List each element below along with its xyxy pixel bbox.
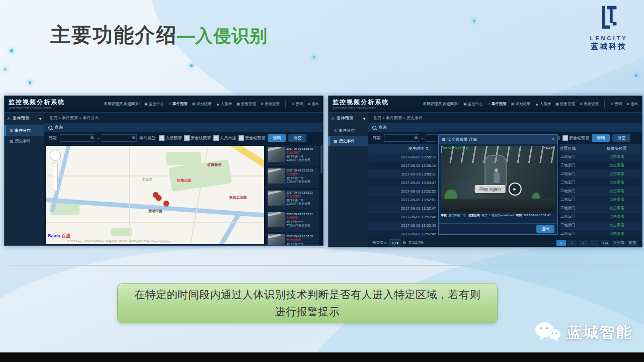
event-card[interactable]: 2017-09-09 13:55:11 入侵预警 厦门中路一号 工地后门-相机预… — [267, 211, 319, 231]
view-camera-link[interactable]: 点击查看 — [592, 197, 642, 202]
event-card[interactable]: 2017-09-09 13:55:19 入侵预警 厦门中路一号 工地后门-相机预… — [267, 167, 319, 188]
exit-button[interactable]: 退出 — [536, 225, 554, 233]
event-thumbnail[interactable] — [268, 234, 285, 246]
nav-item-monitor-center[interactable]: ▣监控中心 — [144, 102, 164, 107]
video-player[interactable]: 2017-09-09 13:52:45 CAM 01 Play Again ► — [441, 146, 555, 212]
view-camera-link[interactable]: 点击查看 — [592, 171, 642, 176]
checkbox-icon[interactable] — [159, 135, 165, 141]
date-to-input[interactable]: ▦ — [102, 134, 137, 142]
sidebar-item-event-distribution[interactable]: ◎ 事件分布 — [329, 125, 368, 136]
map-pan-control[interactable] — [50, 150, 61, 161]
play-again-button[interactable]: Play Again — [475, 185, 506, 193]
event-text: 2017-09-09 13:55:19 入侵预警 厦门中路一号 工地后门-相机预… — [286, 168, 312, 184]
page-button-1[interactable]: 1 — [556, 240, 566, 246]
filter-type-personnel[interactable]: 人员布控 — [213, 135, 236, 141]
school-label: 学校: — [441, 214, 447, 217]
nav-item-monitor-center[interactable]: ▣监控中心 — [463, 102, 483, 107]
query-button[interactable]: 查询 — [268, 134, 286, 142]
sidebar-group-event-alert[interactable]: ⚠ 事件预警 ▾ — [5, 113, 44, 125]
app-subtitle: Surveillance Video Analysis System — [9, 106, 59, 109]
view-camera-link[interactable]: 点击查看 — [592, 154, 642, 159]
divider — [604, 101, 605, 108]
event-thumbnail[interactable] — [268, 168, 285, 184]
per-page-select[interactable]: 10▾ — [389, 239, 400, 246]
filter-type-helmet[interactable]: 安全帽预警 — [238, 135, 265, 141]
nav-item-device-management[interactable]: ▦设备管理 — [236, 102, 256, 107]
password-button[interactable]: ⊙密码 — [291, 102, 303, 107]
map-zoom-slider[interactable] — [53, 162, 58, 191]
nav-label: 设备管理 — [241, 102, 256, 107]
page-button-3[interactable]: 3 — [579, 240, 588, 246]
power-icon: ⊗ — [307, 102, 310, 106]
sidebar-group-event-alert[interactable]: ⚠ 事件预警 ▾ — [329, 113, 368, 125]
event-thumbnail[interactable] — [268, 147, 285, 162]
view-camera-link[interactable]: 点击查看 — [592, 189, 642, 194]
sort-icon[interactable]: ⇅ — [426, 146, 429, 151]
view-camera-link[interactable]: 点击查看 — [592, 163, 642, 168]
checkbox-icon[interactable] — [562, 135, 568, 141]
scrollbar[interactable] — [320, 144, 323, 245]
event-map-marker[interactable] — [156, 195, 162, 201]
sidebar-item-history-events[interactable]: ▤ 历史事件 — [329, 136, 368, 146]
nav-item-recognition-records[interactable]: ▤识别记录 — [511, 102, 531, 107]
sidebar-item-history-events[interactable]: ▤ 历史事件 — [5, 136, 44, 146]
lock-icon: ⊙ — [291, 102, 294, 106]
nav-item-system-settings[interactable]: ⚙系统设置 — [261, 102, 280, 107]
wechat-icon — [534, 321, 561, 344]
event-detail-modal: ▦ 安全线预警 详细 × 2017-09-09 13:52:45 CAM 01 … — [438, 134, 558, 235]
query-button[interactable]: 查询 — [592, 134, 610, 142]
nav-label: 退出 — [630, 102, 638, 107]
filter-type-intrusion[interactable]: 入侵预警 — [159, 135, 182, 141]
play-icon[interactable]: ► — [508, 183, 521, 196]
map-content: 红梅公园 红梅新村 东风工业园 劳动中路 文化宫 Baidu 百度 — [44, 144, 323, 245]
nav-item-event-alert[interactable]: ⚠事件预警 — [488, 102, 507, 107]
event-type: 安全线预警 — [286, 238, 312, 241]
page-button-last-number[interactable]: 114 — [601, 240, 610, 246]
nav-item-face-library[interactable]: ☻人脸库 — [216, 102, 232, 107]
view-camera-link[interactable]: 点击查看 — [592, 180, 642, 185]
event-card[interactable]: 2017-09-09 13:55:19 安全线预警 厦门中路一号 工地后门-相机… — [267, 146, 319, 166]
next-page-button[interactable]: 下一页 — [612, 240, 626, 246]
checkbox-icon[interactable] — [184, 135, 190, 141]
event-thumbnail[interactable] — [268, 191, 285, 206]
event-card[interactable]: 2017-09-09 13:55:11 安全线预警 厦门中路一号 工地后门-相机… — [267, 190, 319, 210]
nav-label: 人脸库 — [540, 102, 551, 107]
event-thumbnail[interactable] — [268, 212, 285, 227]
scrollbar-thumb[interactable] — [320, 145, 323, 173]
event-address: 厦门中路一号 — [286, 154, 312, 158]
view-camera-link[interactable]: 点击查看 — [592, 214, 642, 219]
clear-button[interactable]: 清空 — [612, 134, 630, 142]
event-card[interactable]: 2017-09-09 13:52:53 安全线预警 厦门中路一号 工地后门-相机… — [267, 233, 319, 246]
filter-type-safety-line[interactable]: 安全线预警 — [184, 135, 211, 141]
view-camera-link[interactable]: 点击查看 — [592, 231, 642, 236]
nav-label: 事件预警 — [492, 102, 507, 107]
checkbox-icon[interactable] — [238, 135, 244, 141]
clear-button[interactable]: 清空 — [288, 134, 306, 142]
view-camera-link[interactable]: 点击查看 — [592, 223, 642, 228]
nav-item-device-management[interactable]: ▦设备管理 — [555, 102, 575, 107]
nav-item-face-library[interactable]: ☻人脸库 — [535, 102, 551, 107]
filter-type-helmet[interactable]: 安全帽预警 — [562, 135, 589, 141]
date-from-input[interactable]: ▦ — [60, 134, 95, 142]
date-from-input[interactable]: ▦ — [384, 134, 419, 142]
nav-item-event-alert[interactable]: ⚠事件预警 — [169, 102, 188, 107]
nav-item-system-settings[interactable]: ⚙系统设置 — [580, 102, 599, 107]
screenshot-history-events: 监控视频分析系统 Surveillance Video Analysis Sys… — [328, 96, 642, 247]
password-button[interactable]: ⊙密码 — [610, 102, 622, 107]
view-camera-link[interactable]: 点击查看 — [592, 206, 642, 211]
search-icon — [372, 126, 376, 130]
nav-item-recognition-records[interactable]: ▤识别记录 — [192, 102, 212, 107]
baidu-map[interactable]: 红梅公园 红梅新村 东风工业园 劳动中路 文化宫 Baidu 百度 — [46, 146, 264, 244]
filter-bar: 日期: ▦ - ▦ 事件类型: 入侵预警 安全线预警 人员布控 安全帽预警 查询… — [44, 132, 323, 144]
last-page-button[interactable]: 尾页 — [627, 240, 638, 246]
event-map-marker[interactable] — [164, 201, 169, 206]
sidebar-item-event-distribution[interactable]: ◎ 事件分布 — [5, 125, 44, 136]
page-button-2[interactable]: 2 — [568, 240, 577, 246]
logout-button[interactable]: ⊗退出 — [626, 102, 638, 107]
logout-button[interactable]: ⊗退出 — [307, 102, 319, 107]
checkbox-icon[interactable] — [213, 135, 219, 141]
settings-icon: ⚙ — [261, 102, 264, 106]
alert-icon: ⚠ — [331, 116, 335, 121]
close-icon[interactable]: × — [552, 137, 554, 142]
page-title: 主要功能介绍 —入侵识别 — [50, 21, 268, 49]
